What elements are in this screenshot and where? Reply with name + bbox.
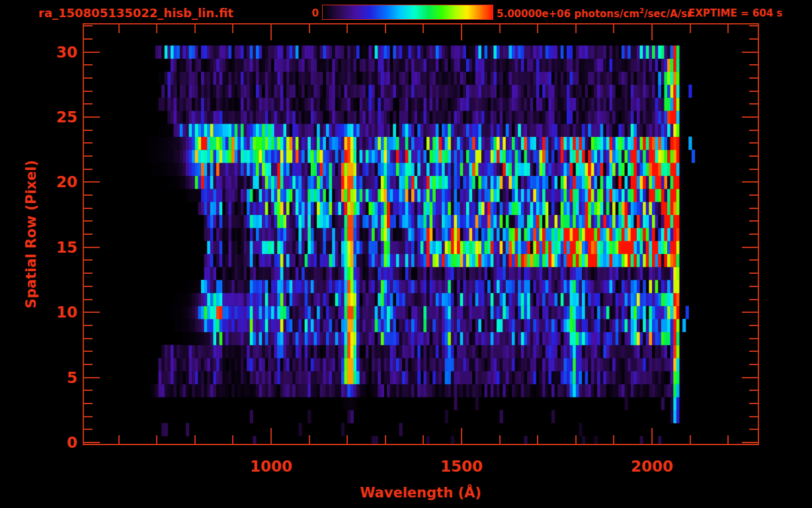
tick-mark <box>749 233 758 235</box>
tick-mark <box>749 103 758 105</box>
tick-mark <box>423 435 424 444</box>
colorbar-max-label: 5.00000e+06 photons/cm2/sec/A/sr <box>497 7 692 20</box>
tick-mark <box>118 24 120 33</box>
tick-mark <box>727 24 729 33</box>
tick-mark <box>749 208 758 209</box>
tick-mark <box>84 25 93 26</box>
tick-mark <box>346 435 348 444</box>
tick-mark <box>232 24 233 33</box>
tick-mark <box>749 91 758 92</box>
tick-mark <box>742 247 758 248</box>
tick-mark <box>749 416 758 417</box>
y-tick-label: 10 <box>38 304 77 321</box>
tick-mark <box>461 428 462 444</box>
tick-mark <box>749 299 758 300</box>
tick-mark <box>749 351 758 352</box>
y-tick-label: 20 <box>38 173 77 190</box>
y-tick-label: 15 <box>38 239 77 256</box>
tick-mark <box>84 364 93 365</box>
flux-value: 5.00000e+06 photons/cm <box>497 8 639 20</box>
tick-mark <box>194 24 196 33</box>
tick-mark <box>84 429 93 430</box>
tick-mark <box>749 403 758 404</box>
tick-mark <box>270 24 272 40</box>
tick-mark <box>84 325 93 326</box>
tick-mark <box>84 103 93 105</box>
tick-mark <box>84 259 93 261</box>
tick-mark <box>749 25 758 26</box>
tick-mark <box>84 286 93 287</box>
tick-mark <box>84 442 100 443</box>
tick-mark <box>84 403 93 404</box>
tick-mark <box>84 299 93 300</box>
tick-mark <box>232 435 233 444</box>
tick-mark <box>742 312 758 313</box>
tick-mark <box>651 24 653 40</box>
tick-mark <box>749 155 758 157</box>
tick-mark <box>749 364 758 365</box>
tick-mark <box>690 435 691 444</box>
tick-mark <box>749 38 758 40</box>
tick-mark <box>309 435 310 444</box>
tick-mark <box>613 435 614 444</box>
tick-mark <box>749 429 758 430</box>
tick-mark <box>749 142 758 144</box>
exptime-label: EXPTIME = 604 s <box>688 7 782 19</box>
tick-mark <box>84 312 100 313</box>
tick-mark <box>385 24 386 33</box>
flux-units: /sec/A/sr <box>644 8 692 20</box>
tick-mark <box>613 24 614 33</box>
plot-title: ra_150805135022_hisb_lin.fit <box>38 6 233 20</box>
colorbar-gradient <box>322 5 493 20</box>
flux-superscript: 2 <box>639 7 644 15</box>
y-tick-label: 25 <box>38 108 77 126</box>
tick-mark <box>84 220 93 222</box>
tick-mark <box>423 24 424 33</box>
spectrogram-heatmap <box>84 24 758 444</box>
tick-mark <box>499 24 501 33</box>
tick-mark <box>84 155 93 157</box>
tick-mark <box>84 130 93 131</box>
tick-mark <box>84 390 93 391</box>
tick-mark <box>84 233 93 235</box>
tick-mark <box>749 130 758 131</box>
tick-mark <box>742 377 758 378</box>
tick-mark <box>84 116 100 118</box>
tick-mark <box>118 435 120 444</box>
tick-mark <box>84 351 93 352</box>
tick-mark <box>742 116 758 118</box>
x-tick-label: 1000 <box>250 458 292 475</box>
tick-mark <box>749 77 758 79</box>
tick-mark <box>742 442 758 443</box>
colorbar-min-label: 0 <box>284 7 319 19</box>
tick-mark <box>749 64 758 65</box>
tick-mark <box>461 24 462 40</box>
tick-mark <box>156 435 157 444</box>
y-tick-label: 0 <box>38 434 77 451</box>
tick-mark <box>84 181 100 183</box>
tick-mark <box>749 220 758 222</box>
tick-mark <box>651 428 653 444</box>
tick-mark <box>194 435 196 444</box>
tick-mark <box>84 194 93 196</box>
tick-mark <box>385 435 386 444</box>
tick-mark <box>742 181 758 183</box>
y-tick-label: 30 <box>38 44 77 61</box>
tick-mark <box>727 435 729 444</box>
tick-mark <box>537 435 538 444</box>
y-tick-label: 5 <box>38 369 77 386</box>
x-axis-label: Wavelength (Å) <box>360 485 481 501</box>
tick-mark <box>346 24 348 33</box>
tick-mark <box>84 416 93 417</box>
tick-mark <box>749 390 758 391</box>
tick-mark <box>84 64 93 65</box>
tick-mark <box>749 273 758 274</box>
tick-mark <box>84 338 93 339</box>
x-tick-label: 1500 <box>440 458 483 475</box>
tick-mark <box>749 169 758 170</box>
screen: { "header": { "title": "ra_150805135022_… <box>0 0 812 508</box>
tick-mark <box>309 24 310 33</box>
tick-mark <box>749 194 758 196</box>
tick-mark <box>84 273 93 274</box>
tick-mark <box>156 24 157 33</box>
